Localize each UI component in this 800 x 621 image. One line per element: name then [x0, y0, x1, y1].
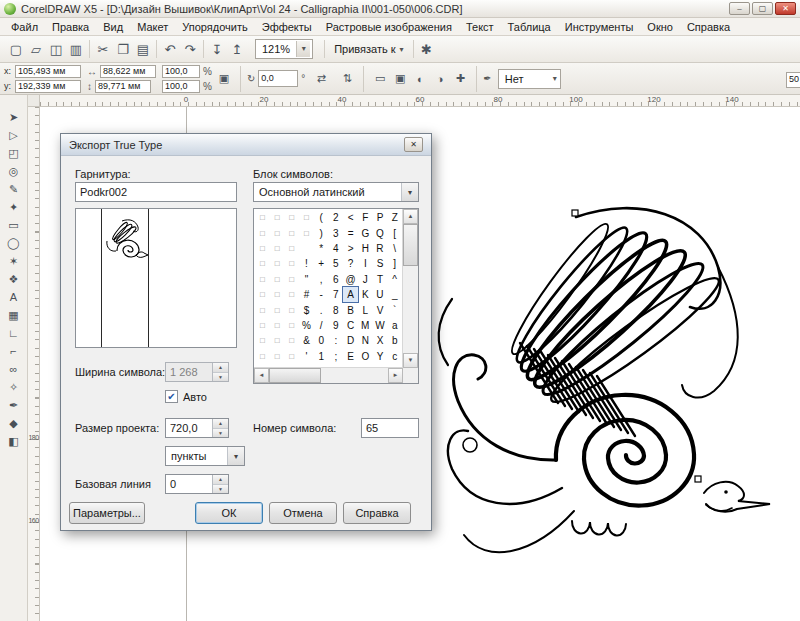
char-cell[interactable]: [ [387, 226, 402, 241]
checkbox-check-icon[interactable]: ✔ [165, 390, 178, 403]
project-size-field[interactable]: 720,0 ▲ ▼ [165, 418, 229, 438]
char-cell[interactable]: 4 [329, 241, 344, 256]
rotation-angle-field[interactable]: 0,0 [258, 70, 298, 87]
group-button[interactable]: ▣ [390, 67, 410, 91]
grid-vertical-scrollbar[interactable]: ▲ ▼ [402, 209, 418, 368]
char-cell[interactable]: M [358, 318, 373, 333]
symbol-number-field[interactable]: 65 [361, 418, 419, 438]
spinner-down-icon[interactable]: ▼ [213, 485, 228, 494]
char-cell[interactable]: 5 [329, 256, 344, 271]
char-cell[interactable]: , [314, 272, 329, 287]
char-cell[interactable]: □ [270, 303, 285, 318]
char-cell[interactable]: \ [387, 241, 402, 256]
units-select[interactable]: пункты ▾ [165, 446, 245, 466]
char-cell[interactable]: " [299, 272, 314, 287]
char-cell[interactable]: □ [270, 287, 285, 302]
dialog-close-button[interactable]: ✕ [404, 137, 423, 152]
char-cell[interactable]: □ [284, 272, 299, 287]
char-cell[interactable]: □ [255, 272, 270, 287]
dimension-tool[interactable]: ∟ [2, 324, 26, 342]
char-cell[interactable]: □ [255, 241, 270, 256]
char-cell[interactable]: □ [270, 272, 285, 287]
char-cell[interactable]: 3 [329, 226, 344, 241]
blend-tool[interactable]: ∞ [2, 360, 26, 378]
char-cell[interactable]: O [358, 349, 373, 364]
object-height-field[interactable]: 89,771 мм [95, 80, 151, 93]
char-cell[interactable]: G [358, 226, 373, 241]
char-cell[interactable]: # [299, 287, 314, 302]
cancel-button[interactable]: Отмена [269, 502, 337, 524]
char-cell[interactable]: □ [255, 349, 270, 364]
save-button[interactable]: ◫ [46, 39, 66, 59]
smart-fill-tool[interactable]: ✦ [2, 198, 26, 216]
menu-item-8[interactable]: Текст [459, 20, 501, 34]
char-cell[interactable]: . [314, 303, 329, 318]
open-button[interactable]: ▱ [26, 39, 46, 59]
char-cell[interactable]: ( [314, 210, 329, 225]
char-cell[interactable]: + [314, 256, 329, 271]
baseline-field[interactable]: 0 ▲ ▼ [165, 474, 229, 494]
char-cell[interactable]: 9 [329, 318, 344, 333]
chevron-down-icon[interactable]: ▾ [227, 447, 244, 465]
char-cell[interactable]: $ [299, 303, 314, 318]
scroll-left-icon[interactable]: ◄ [254, 368, 269, 383]
char-cell[interactable] [299, 241, 314, 256]
shape-tool[interactable]: ▷ [2, 126, 26, 144]
fill-tool[interactable]: ◆ [2, 414, 26, 432]
char-cell[interactable]: □ [284, 210, 299, 225]
char-cell[interactable]: □ [270, 210, 285, 225]
char-cell[interactable]: F [358, 210, 373, 225]
connector-tool[interactable]: ⌐ [2, 342, 26, 360]
char-cell[interactable]: - [314, 287, 329, 302]
char-cell[interactable]: □ [255, 210, 270, 225]
char-cell[interactable]: □ [270, 241, 285, 256]
char-cell[interactable]: □ [255, 318, 270, 333]
eyedropper-tool[interactable]: ✧ [2, 378, 26, 396]
undo-button[interactable]: ↶ [160, 39, 180, 59]
basic-shapes-tool[interactable]: ❖ [2, 270, 26, 288]
menu-item-1[interactable]: Файл [4, 20, 45, 34]
char-cell[interactable]: 1 [314, 349, 329, 364]
spinner-up-icon[interactable]: ▲ [213, 419, 228, 429]
char-cell[interactable]: % [299, 318, 314, 333]
char-cell[interactable]: N [358, 333, 373, 348]
char-cell[interactable]: □ [284, 318, 299, 333]
char-cell[interactable]: / [314, 318, 329, 333]
char-cell[interactable]: = [343, 226, 358, 241]
scroll-down-icon[interactable]: ▼ [403, 353, 418, 368]
menu-item-4[interactable]: Макет [130, 20, 175, 34]
polygon-tool[interactable]: ✶ [2, 252, 26, 270]
crop-tool[interactable]: ◰ [2, 144, 26, 162]
char-cell[interactable]: S [373, 256, 388, 271]
redo-button[interactable]: ↷ [180, 39, 200, 59]
x-position-field[interactable]: 105,493 мм [15, 65, 81, 78]
help-button[interactable]: Справка [343, 502, 411, 524]
freehand-tool[interactable]: ✎ [2, 180, 26, 198]
char-cell[interactable]: J [358, 272, 373, 287]
font-family-field[interactable]: Podkr002 [75, 182, 237, 202]
mirror-horizontal-button[interactable]: ⇄ [311, 67, 331, 91]
scroll-thumb[interactable] [269, 368, 321, 383]
options-button[interactable]: Параметры... [69, 502, 145, 524]
rectangle-tool[interactable]: ▭ [2, 216, 26, 234]
char-cell[interactable]: □ [284, 226, 299, 241]
close-button[interactable]: ✕ [775, 2, 796, 15]
zoom-tool[interactable]: ◎ [2, 162, 26, 180]
snap-to-dropdown[interactable]: Привязать к ▾ [328, 41, 409, 57]
char-cell[interactable]: ` [387, 303, 402, 318]
weld-button[interactable]: ◐ [410, 67, 430, 91]
char-cell[interactable]: I [358, 256, 373, 271]
char-cell[interactable]: ^ [387, 272, 402, 287]
import-button[interactable]: ↧ [207, 39, 227, 59]
char-cell[interactable]: □ [255, 333, 270, 348]
char-cell[interactable]: 8 [329, 303, 344, 318]
char-cell[interactable]: : [329, 333, 344, 348]
char-cell[interactable]: ) [314, 226, 329, 241]
chevron-down-icon[interactable]: ▾ [401, 183, 418, 201]
char-cell[interactable]: T [373, 272, 388, 287]
char-cell[interactable]: E [343, 349, 358, 364]
char-cell[interactable]: L [358, 303, 373, 318]
char-cell[interactable]: Y [373, 349, 388, 364]
char-cell[interactable]: □ [270, 256, 285, 271]
copy-button[interactable]: ❐ [113, 39, 133, 59]
